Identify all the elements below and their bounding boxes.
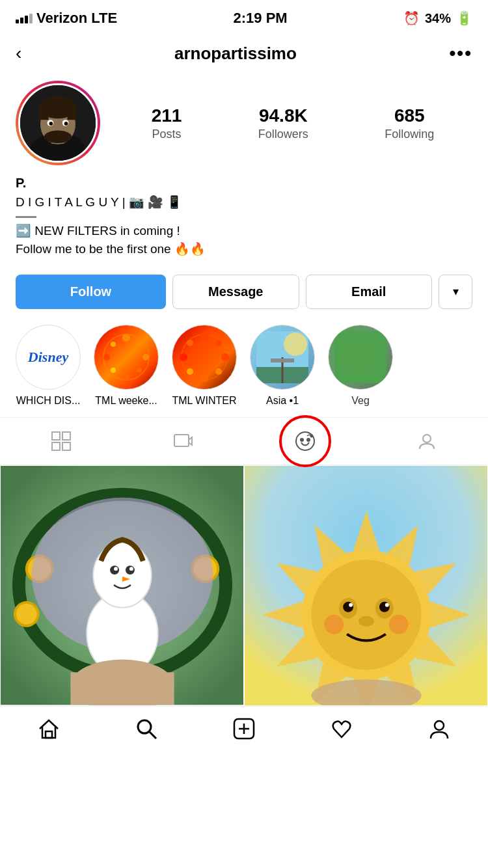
svg-rect-40 bbox=[62, 442, 70, 450]
svg-point-60 bbox=[114, 567, 118, 571]
highlight-tml-winter[interactable]: TML WINTER bbox=[172, 325, 237, 407]
stats-row: 211 Posts 94.8K Followers 685 Following bbox=[113, 105, 472, 141]
svg-point-23 bbox=[200, 374, 208, 382]
followers-stat[interactable]: 94.8K Followers bbox=[258, 105, 308, 141]
profile-header: 211 Posts 94.8K Followers 685 Following bbox=[0, 73, 488, 176]
svg-point-79 bbox=[311, 560, 421, 670]
profile-nav-button[interactable] bbox=[427, 717, 451, 746]
add-nav-button[interactable] bbox=[232, 717, 256, 746]
action-buttons: Follow Message Email ▾ bbox=[0, 269, 488, 319]
svg-rect-39 bbox=[52, 442, 60, 450]
grid-image-2[interactable] bbox=[244, 465, 488, 706]
posts-label: Posts bbox=[152, 128, 182, 141]
svg-point-61 bbox=[129, 567, 133, 571]
bio-line1: D I G I T A L G U Y | 📷 🎥 📱 bbox=[16, 193, 472, 212]
svg-rect-64 bbox=[70, 672, 174, 705]
grid-image-1[interactable] bbox=[0, 465, 244, 706]
svg-point-25 bbox=[221, 353, 229, 361]
status-bar: Verizon LTE 2:19 PM ⏰ 34% 🔋 bbox=[0, 0, 488, 34]
tab-tagged[interactable] bbox=[366, 418, 489, 465]
svg-point-19 bbox=[137, 342, 142, 347]
svg-point-28 bbox=[215, 340, 222, 346]
bio-line3: Follow me to be the first one 🔥🔥 bbox=[16, 240, 472, 259]
status-left: Verizon LTE bbox=[16, 10, 117, 27]
svg-point-91 bbox=[138, 720, 151, 733]
message-button[interactable]: Message bbox=[172, 275, 299, 309]
svg-point-11 bbox=[44, 131, 72, 143]
svg-point-9 bbox=[49, 122, 53, 126]
more-options-button[interactable]: ••• bbox=[450, 43, 472, 64]
svg-point-86 bbox=[359, 616, 374, 626]
svg-point-46 bbox=[423, 435, 431, 442]
highlight-tml1-circle bbox=[94, 325, 159, 390]
avatar-ring[interactable] bbox=[16, 81, 100, 165]
svg-point-54 bbox=[16, 603, 37, 624]
highlight-asia[interactable]: Asia •1 bbox=[250, 325, 315, 407]
highlight-asia-label: Asia •1 bbox=[266, 395, 299, 407]
highlight-tml1-label: TML weeke... bbox=[95, 395, 157, 407]
svg-point-17 bbox=[111, 342, 116, 347]
svg-rect-37 bbox=[52, 432, 60, 440]
following-stat[interactable]: 685 Following bbox=[385, 105, 434, 141]
svg-point-87 bbox=[324, 614, 344, 634]
network-label: LTE bbox=[91, 10, 117, 27]
profile-tabs bbox=[0, 417, 488, 465]
posts-stat[interactable]: 211 Posts bbox=[152, 105, 182, 141]
svg-line-92 bbox=[150, 732, 156, 739]
svg-point-82 bbox=[343, 601, 353, 612]
svg-point-29 bbox=[187, 368, 193, 375]
highlight-tml-winter-circle bbox=[172, 325, 237, 390]
svg-point-24 bbox=[180, 353, 187, 361]
battery-label: 34% bbox=[425, 11, 451, 26]
battery-icon: 🔋 bbox=[456, 10, 472, 26]
highlight-tml1[interactable]: TML weeke... bbox=[94, 325, 159, 407]
svg-rect-41 bbox=[174, 435, 189, 446]
svg-point-26 bbox=[187, 340, 193, 346]
bio-divider bbox=[16, 216, 36, 218]
svg-point-16 bbox=[142, 354, 149, 360]
svg-rect-90 bbox=[46, 731, 52, 738]
time-label: 2:19 PM bbox=[233, 10, 287, 27]
highlight-disney-circle: Disney bbox=[16, 325, 81, 390]
activity-nav-button[interactable] bbox=[330, 717, 353, 746]
tab-igtv[interactable] bbox=[122, 418, 245, 465]
bottom-nav bbox=[0, 706, 488, 761]
svg-rect-5 bbox=[39, 107, 49, 120]
svg-point-15 bbox=[103, 354, 110, 360]
svg-point-43 bbox=[301, 439, 303, 441]
top-nav: ‹ arnopartissimo ••• bbox=[0, 34, 488, 73]
email-button[interactable]: Email bbox=[306, 275, 433, 309]
tab-ar-filters[interactable] bbox=[244, 418, 366, 465]
followers-count: 94.8K bbox=[259, 105, 308, 126]
content-grid bbox=[0, 465, 488, 706]
highlight-veg-circle bbox=[328, 325, 393, 390]
search-nav-button[interactable] bbox=[135, 717, 158, 746]
bio-section: P. D I G I T A L G U Y | 📷 🎥 📱 ➡️ NEW FI… bbox=[0, 176, 488, 269]
svg-rect-38 bbox=[62, 432, 70, 440]
bio-name: P. bbox=[16, 176, 472, 191]
svg-point-27 bbox=[215, 368, 222, 375]
highlight-veg[interactable]: Veg bbox=[328, 325, 393, 407]
home-nav-button[interactable] bbox=[37, 717, 61, 746]
alarm-icon: ⏰ bbox=[403, 10, 420, 26]
posts-count: 211 bbox=[152, 105, 182, 126]
status-right: ⏰ 34% 🔋 bbox=[403, 10, 472, 26]
tab-grid[interactable] bbox=[0, 418, 122, 465]
svg-point-84 bbox=[349, 603, 353, 606]
carrier-label: Verizon bbox=[36, 10, 87, 27]
svg-point-85 bbox=[385, 603, 389, 606]
svg-point-13 bbox=[122, 334, 130, 342]
username-label: arnopartissimo bbox=[174, 44, 297, 64]
svg-point-32 bbox=[284, 332, 307, 356]
svg-point-20 bbox=[111, 368, 116, 373]
svg-point-83 bbox=[379, 601, 390, 612]
back-button[interactable]: ‹ bbox=[16, 43, 21, 64]
highlight-disney-label: WHICH DIS... bbox=[16, 395, 81, 407]
svg-point-88 bbox=[389, 614, 409, 634]
dropdown-button[interactable]: ▾ bbox=[439, 275, 472, 309]
followers-label: Followers bbox=[258, 128, 308, 141]
disney-icon: Disney bbox=[28, 349, 68, 366]
highlight-disney[interactable]: Disney WHICH DIS... bbox=[16, 325, 81, 407]
svg-point-44 bbox=[307, 439, 310, 441]
follow-button[interactable]: Follow bbox=[16, 275, 166, 309]
